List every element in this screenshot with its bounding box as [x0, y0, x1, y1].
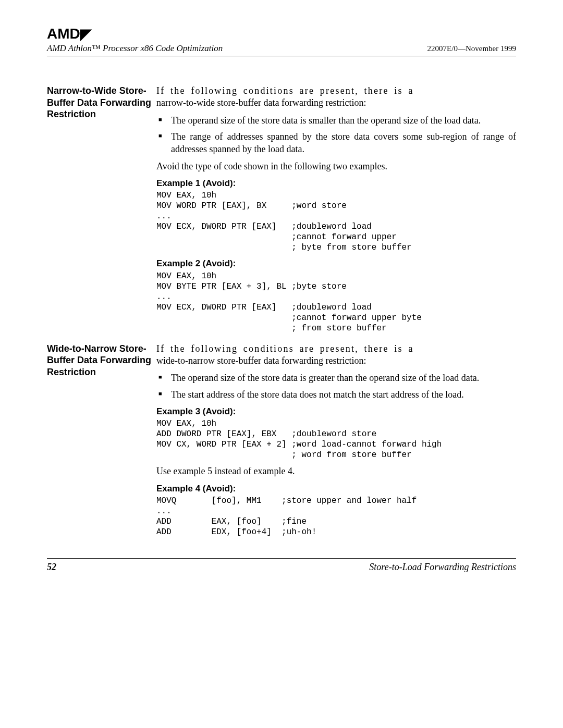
intro-line1: If the following conditions are present,…	[156, 85, 414, 96]
intro-paragraph: If the following conditions are present,…	[156, 85, 516, 109]
bullet-item: The range of addresses spanned by the st…	[156, 131, 516, 155]
section-narrow-to-wide: Narrow-to-Wide Store-Buffer Data Forward…	[47, 85, 516, 339]
code-block: MOV EAX, 10h MOV WORD PTR [EAX], BX ;wor…	[156, 190, 516, 253]
doc-id: 22007E/0—November 1999	[427, 44, 516, 53]
body-column: If the following conditions are present,…	[156, 343, 516, 542]
bullet-list: The operand size of the store data is sm…	[156, 115, 516, 155]
post-bullets-text: Avoid the type of code shown in the foll…	[156, 161, 516, 172]
example-title: Example 4 (Avoid):	[156, 483, 516, 495]
amd-arrow-icon: ◤	[80, 26, 92, 43]
intro-paragraph: If the following conditions are present,…	[156, 343, 516, 367]
intro-line2: narrow-to-wide store-buffer data forward…	[156, 97, 366, 108]
side-heading: Wide-to-Narrow Store-Buffer Data Forward…	[47, 343, 156, 378]
example-title: Example 2 (Avoid):	[156, 258, 516, 269]
footer-section-title: Store-to-Load Forwarding Restrictions	[369, 562, 516, 573]
bullet-item: The operand size of the store data is sm…	[156, 115, 516, 127]
doc-title: AMD Athlon™ Processor x86 Code Optimizat…	[47, 43, 223, 54]
amd-logo: AMD◤	[47, 25, 516, 42]
example-title: Example 3 (Avoid):	[156, 406, 516, 417]
post-example-text: Use example 5 instead of example 4.	[156, 465, 516, 477]
example-title: Example 1 (Avoid):	[156, 178, 516, 189]
code-block: MOV EAX, 10h ADD DWORD PTR [EAX], EBX ;d…	[156, 418, 516, 460]
logo-text: AMD	[47, 26, 80, 42]
bullet-item: The start address of the store data does…	[156, 389, 516, 401]
code-block: MOVQ [foo], MM1 ;store upper and lower h…	[156, 496, 516, 537]
footer-row: 52 Store-to-Load Forwarding Restrictions	[47, 562, 516, 573]
page-number: 52	[47, 562, 56, 573]
header-row: AMD Athlon™ Processor x86 Code Optimizat…	[47, 43, 516, 54]
intro-line2: wide-to-narrow store-buffer data forward…	[156, 355, 366, 366]
header-rule	[47, 56, 516, 56]
code-block: MOV EAX, 10h MOV BYTE PTR [EAX + 3], BL …	[156, 271, 516, 334]
footer-rule	[47, 558, 516, 559]
body-column: If the following conditions are present,…	[156, 85, 516, 339]
side-heading: Narrow-to-Wide Store-Buffer Data Forward…	[47, 85, 156, 120]
section-wide-to-narrow: Wide-to-Narrow Store-Buffer Data Forward…	[47, 343, 516, 542]
intro-line1: If the following conditions are present,…	[156, 343, 414, 354]
bullet-item: The operand size of the store data is gr…	[156, 372, 516, 384]
bullet-list: The operand size of the store data is gr…	[156, 372, 516, 401]
